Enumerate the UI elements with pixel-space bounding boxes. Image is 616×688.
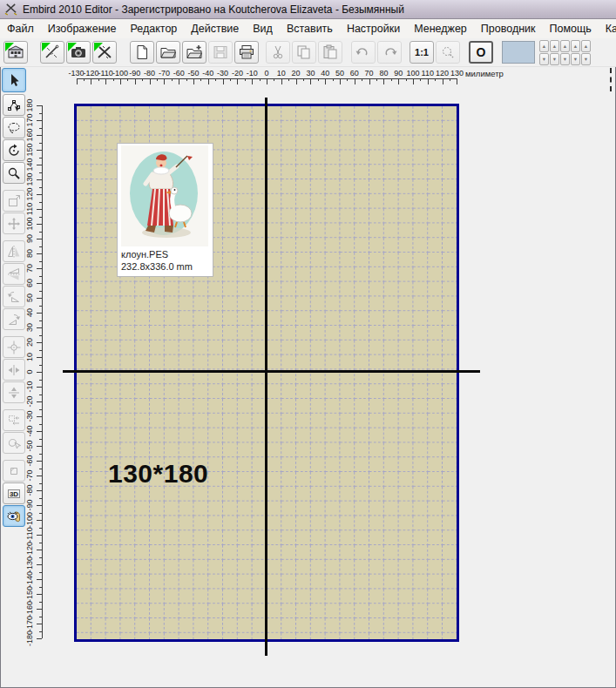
print-button[interactable]	[234, 41, 259, 64]
paste-button[interactable]	[318, 41, 342, 64]
nudge-up-next-button[interactable]: ▴	[571, 40, 580, 52]
design-filename: клоун.PES	[121, 249, 168, 260]
embird-manager-button[interactable]	[3, 41, 28, 64]
h-ruler-tick	[237, 78, 238, 84]
rotate-right-tool[interactable]	[3, 308, 25, 330]
select-object-tool[interactable]	[3, 432, 25, 454]
menu-action[interactable]: Действие	[184, 19, 246, 38]
rotate-left-tool[interactable]	[3, 286, 25, 307]
rot-cw-icon	[7, 313, 21, 327]
new-icon	[133, 44, 151, 60]
v-ruler-label: 80	[25, 249, 34, 258]
redo-button[interactable]	[377, 41, 402, 64]
menu-file[interactable]: Файл	[0, 19, 41, 38]
copy-button[interactable]	[292, 41, 316, 64]
h-ruler-label: 80	[379, 69, 388, 78]
small-square-icon	[7, 464, 21, 478]
new-design-button[interactable]	[130, 41, 154, 64]
copy-icon	[295, 44, 313, 60]
center-in-hoop-tool[interactable]	[3, 336, 25, 358]
view-3d-tool[interactable]: 3D	[3, 482, 25, 504]
align-tool[interactable]	[3, 409, 25, 431]
open-icon	[159, 44, 177, 60]
h-ruler-tick	[135, 78, 136, 84]
nudge-down-large-button[interactable]: ▾	[550, 53, 559, 65]
nudge-down-small-button[interactable]: ▾	[539, 53, 549, 65]
cut-icon	[269, 44, 287, 60]
menu-manager[interactable]: Менеджер	[407, 19, 474, 38]
zoom-1-1-button[interactable]: 1:1	[410, 41, 434, 64]
lasso-icon	[7, 121, 21, 135]
preview-tool[interactable]	[3, 505, 25, 527]
freehand-select-tool[interactable]	[3, 117, 25, 138]
v-ruler-label: 90	[25, 234, 34, 243]
menu-settings[interactable]: Настройки	[340, 19, 407, 38]
merge-design-button[interactable]	[182, 41, 206, 64]
center-h-icon	[7, 363, 21, 377]
h-ruler-label: 20	[292, 69, 301, 78]
menu-explorer[interactable]: Проводник	[474, 19, 543, 38]
nudge-down-end-button[interactable]: ▾	[581, 53, 591, 65]
center-v-icon	[7, 386, 21, 400]
app-icon	[4, 3, 17, 16]
h-ruler-label: -50	[187, 69, 199, 78]
image-capture-button[interactable]	[66, 41, 91, 64]
h-ruler-tick	[310, 78, 311, 84]
crosshair-vertical	[265, 98, 267, 656]
design-image	[121, 145, 208, 246]
color-swatch[interactable]	[502, 41, 535, 64]
rotate-tool[interactable]	[3, 139, 25, 161]
mirror-vertical-tool[interactable]	[3, 263, 25, 285]
hoop-toggle-button[interactable]: O	[469, 41, 493, 64]
h-ruler-tick	[443, 78, 443, 84]
h-ruler-tick	[428, 78, 429, 84]
h-ruler-label: -110	[98, 69, 113, 78]
design-thumbnail[interactable]: клоун.PES 232.8x336.0 mm	[117, 143, 213, 277]
zoom-selection-button[interactable]	[436, 41, 460, 64]
h-ruler-label: -70	[159, 69, 170, 78]
undo-button[interactable]	[351, 41, 376, 64]
menu-image[interactable]: Изображение	[41, 19, 124, 38]
mirror-horizontal-tool[interactable]	[3, 240, 25, 262]
edit-nodes-tool[interactable]	[3, 94, 25, 116]
h-ruler-tick	[252, 78, 253, 84]
green-corner-icon	[68, 43, 77, 51]
select-tool[interactable]	[2, 68, 26, 92]
menu-editor[interactable]: Редактор	[123, 19, 184, 38]
h-ruler-label: -10	[247, 69, 258, 78]
center-horizontally-tool[interactable]	[3, 359, 25, 381]
hoop-toggle-label: O	[477, 45, 486, 59]
h-ruler-label: 100	[406, 69, 419, 78]
v-ruler-label: 160	[25, 128, 34, 141]
nudge-down-edge-button[interactable]: ▾	[560, 53, 570, 65]
nudge-up-end-button[interactable]: ▴	[581, 40, 591, 52]
nudge-up-large-button[interactable]: ▴	[550, 40, 559, 52]
center-vertically-tool[interactable]	[3, 381, 25, 403]
outline-tool[interactable]	[3, 460, 25, 482]
menu-insert[interactable]: Вставить	[280, 19, 340, 38]
menu-whats-available[interactable]: Какие есть	[599, 19, 616, 38]
save-design-button[interactable]	[208, 41, 233, 64]
stitch-editor-button[interactable]	[40, 41, 64, 64]
h-ruler-label: 30	[306, 69, 315, 78]
h-ruler-label: 120	[436, 69, 449, 78]
move-tool[interactable]	[3, 212, 25, 234]
nudge-up-small-button[interactable]: ▴	[539, 40, 549, 52]
open-design-button[interactable]	[156, 41, 180, 64]
nudge-up-edge-button[interactable]: ▴	[560, 40, 570, 52]
nudge-down-next-button[interactable]: ▾	[571, 53, 580, 65]
h-ruler-tick	[296, 78, 297, 84]
menu-view[interactable]: Вид	[246, 19, 280, 38]
zoom-tool[interactable]	[3, 162, 25, 184]
title-bar: Embird 2010 Editor - Зарегистрировано на…	[0, 0, 616, 19]
menu-help[interactable]: Помощь	[543, 19, 599, 38]
pane-splitter-mark[interactable]	[610, 68, 612, 91]
cut-button[interactable]	[266, 41, 290, 64]
move-icon	[7, 217, 21, 231]
rotate-icon	[7, 144, 21, 158]
resize-tool[interactable]	[3, 190, 25, 212]
h-ruler-tick	[208, 78, 209, 84]
h-ruler-label: -40	[202, 69, 213, 78]
embird-window: Embird 2010 Editor - Зарегистрировано на…	[0, 0, 616, 688]
remove-stitches-button[interactable]	[92, 41, 117, 64]
